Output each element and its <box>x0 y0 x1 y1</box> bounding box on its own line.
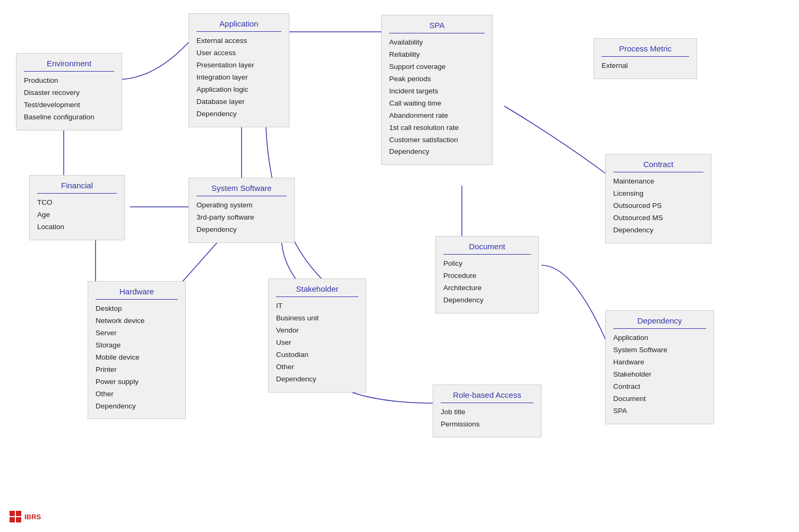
node-document-items: Policy Procedure Architecture Dependency <box>443 258 531 307</box>
node-document-title: Document <box>443 242 531 255</box>
node-environment-title: Environment <box>24 59 114 72</box>
node-spa-items: Availability Reliability Support coverag… <box>389 37 485 158</box>
logo-text: IBRS <box>24 513 41 521</box>
node-stakeholder-items: IT Business unit Vendor User Custodian O… <box>276 300 358 386</box>
node-role-based-access-title: Role-based Access <box>441 390 534 403</box>
node-system-software-items: Operating system 3rd-party software Depe… <box>196 199 287 236</box>
node-role-based-access: Role-based Access Job title Permissions <box>433 385 542 438</box>
node-hardware: Hardware Desktop Network device Server S… <box>88 281 186 419</box>
node-dependency-items: Application System Software Hardware Sta… <box>613 332 706 417</box>
node-stakeholder: Stakeholder IT Business unit Vendor User… <box>268 278 366 393</box>
diagram: Environment Production Disaster recovery… <box>0 0 799 532</box>
node-process-metric: Process Metric External <box>594 38 697 79</box>
node-spa: SPA Availability Reliability Support cov… <box>381 15 493 165</box>
node-contract-title: Contract <box>613 160 703 172</box>
node-application: Application External access User access … <box>188 13 289 127</box>
node-process-metric-items: External <box>602 60 689 72</box>
node-system-software-title: System Software <box>196 184 287 196</box>
node-contract: Contract Maintenance Licensing Outsource… <box>605 154 711 243</box>
node-financial-title: Financial <box>37 181 117 194</box>
node-system-software: System Software Operating system 3rd-par… <box>188 178 295 243</box>
node-spa-title: SPA <box>389 21 485 33</box>
node-hardware-title: Hardware <box>96 287 178 300</box>
node-dependency-title: Dependency <box>613 316 706 329</box>
node-environment-items: Production Disaster recovery Test/develo… <box>24 75 114 124</box>
node-application-title: Application <box>196 19 281 32</box>
node-dependency: Dependency Application System Software H… <box>605 310 714 424</box>
node-stakeholder-title: Stakeholder <box>276 284 358 297</box>
node-financial-items: TCO Age Location <box>37 197 117 233</box>
logo: IBRS <box>10 511 41 522</box>
node-role-based-access-items: Job title Permissions <box>441 406 534 431</box>
node-application-items: External access User access Presentation… <box>196 35 281 120</box>
logo-icon <box>10 511 21 522</box>
node-contract-items: Maintenance Licensing Outsourced PS Outs… <box>613 176 703 237</box>
node-document: Document Policy Procedure Architecture D… <box>435 236 539 313</box>
node-hardware-items: Desktop Network device Server Storage Mo… <box>96 303 178 412</box>
node-financial: Financial TCO Age Location <box>29 175 125 240</box>
node-process-metric-title: Process Metric <box>602 44 689 57</box>
node-environment: Environment Production Disaster recovery… <box>16 53 122 130</box>
